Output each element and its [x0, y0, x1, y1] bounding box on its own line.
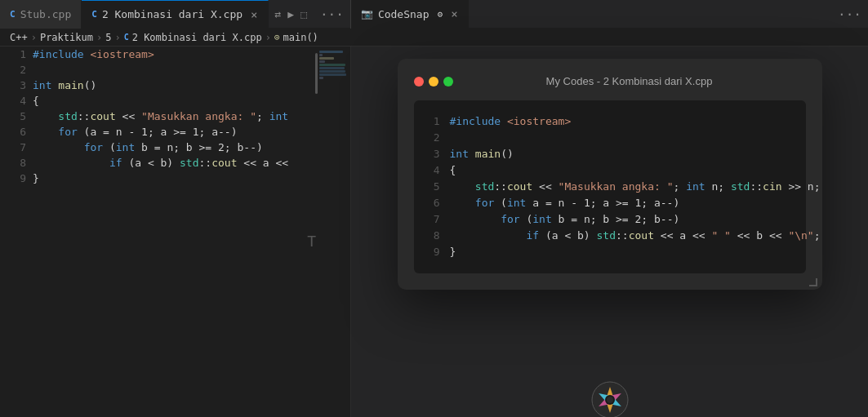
- main-layout: 1 2 3 4 5 6 7 8 9 #include <iostream> in…: [0, 47, 868, 417]
- snap-line-numbers: 1 2 3 4 5 6 7 8 9: [427, 113, 440, 260]
- tab-bar: C Stub.cpp C 2 Kombinasi dari X.cpp × ⇄ …: [0, 0, 868, 29]
- breadcrumb-praktikum[interactable]: Praktikum: [40, 32, 93, 43]
- tab-more-button[interactable]: ···: [314, 7, 350, 22]
- codesnap-window-title: My Codes - 2 Kombinasi dari X.cpp: [453, 75, 806, 87]
- codesnap-tab-icon: 📷: [361, 8, 373, 20]
- tab-stub[interactable]: C Stub.cpp: [0, 0, 82, 29]
- tab-kombinasi-label: 2 Kombinasi dari X.cpp: [102, 8, 243, 20]
- line-numbers: 1 2 3 4 5 6 7 8 9: [0, 47, 33, 417]
- right-more-button[interactable]: ···: [831, 7, 868, 22]
- right-panel: My Codes - 2 Kombinasi dari X.cpp 1 2 3 …: [351, 47, 868, 417]
- minimap: [318, 47, 350, 417]
- codesnap-logo: [590, 380, 630, 417]
- tab-codesnap-label: CodeSnap: [378, 8, 430, 20]
- codesnap-card: My Codes - 2 Kombinasi dari X.cpp 1 2 3 …: [398, 59, 822, 290]
- breadcrumb-5[interactable]: 5: [105, 32, 111, 43]
- tab-close-button[interactable]: ×: [251, 8, 257, 21]
- left-editor: 1 2 3 4 5 6 7 8 9 #include <iostream> in…: [0, 47, 351, 417]
- resize-handle[interactable]: [809, 278, 817, 286]
- traffic-lights: [414, 77, 453, 87]
- tab-kombinasi[interactable]: C 2 Kombinasi dari X.cpp ×: [82, 0, 268, 29]
- tab-codesnap[interactable]: 📷 CodeSnap ⚙ ×: [351, 0, 469, 29]
- drag-handle[interactable]: T: [307, 233, 316, 250]
- traffic-light-red: [414, 77, 424, 87]
- codesnap-titlebar: My Codes - 2 Kombinasi dari X.cpp: [414, 75, 806, 87]
- cpp-icon-2: C: [91, 9, 97, 20]
- tab-stub-label: Stub.cpp: [20, 8, 72, 20]
- svg-point-2: [607, 397, 613, 403]
- breadcrumb: C++ › Praktikum › 5 › C 2 Kombinasi dari…: [0, 29, 868, 47]
- breadcrumb-fn-icon: ⊙: [274, 32, 280, 42]
- breadcrumb-cpp[interactable]: C++: [10, 32, 28, 43]
- breadcrumb-cpp-icon: C: [124, 33, 129, 42]
- run-icon[interactable]: ▶: [287, 8, 294, 20]
- snap-code-lines: #include <iostream> int main() { std::co…: [450, 113, 821, 260]
- codesnap-code-block: 1 2 3 4 5 6 7 8 9 #include <iostream> in…: [414, 100, 806, 273]
- split-editor-icon[interactable]: ⇄: [275, 8, 282, 20]
- traffic-light-green: [443, 77, 453, 87]
- layout-icon[interactable]: ⬚: [300, 8, 307, 20]
- cpp-icon: C: [10, 9, 16, 20]
- code-content: #include <iostream> int main() { std::co…: [33, 47, 318, 417]
- tab-action-group: ⇄ ▶ ⬚: [269, 8, 314, 20]
- codesnap-settings-icon[interactable]: ⚙: [438, 9, 443, 20]
- tab-codesnap-close[interactable]: ×: [451, 7, 457, 20]
- traffic-light-yellow: [429, 77, 438, 87]
- breadcrumb-file[interactable]: 2 Kombinasi dari X.cpp: [132, 32, 262, 43]
- breadcrumb-main[interactable]: main(): [283, 32, 318, 43]
